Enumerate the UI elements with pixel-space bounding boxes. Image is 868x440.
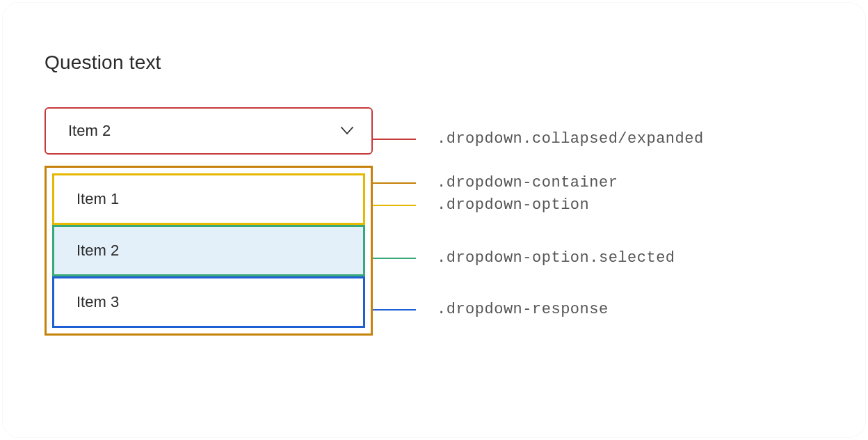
- option-label: Item 3: [77, 293, 119, 311]
- lead-line-orange: [373, 182, 416, 184]
- option-label: Item 2: [77, 242, 119, 260]
- annotation-text: .dropdown.collapsed/expanded: [437, 130, 704, 148]
- annotation-container: .dropdown-container: [373, 174, 618, 191]
- dropdown-selected-value: Item 2: [68, 122, 111, 140]
- lead-line-blue: [373, 309, 416, 311]
- dropdown-response[interactable]: Item 3: [52, 276, 365, 328]
- annotation-text: .dropdown-response: [437, 301, 609, 318]
- question-text: Question text: [45, 52, 823, 74]
- annotation-collapsed: .dropdown.collapsed/expanded: [373, 130, 704, 148]
- dropdown-collapsed[interactable]: Item 2: [45, 107, 373, 155]
- annotation-text: .dropdown-option.selected: [437, 249, 675, 267]
- annotation-selected: .dropdown-option.selected: [373, 249, 675, 267]
- diagram-row: Item 2 Item 1 Item 2 Item 3: [45, 107, 823, 336]
- chevron-down-icon: [341, 125, 353, 137]
- annotation-option: .dropdown-option: [373, 196, 589, 214]
- lead-line-red: [373, 139, 416, 140]
- annotation-text: .dropdown-option: [437, 196, 589, 214]
- lead-line-green: [373, 258, 416, 259]
- gap: [45, 155, 373, 166]
- lead-line-yellow: [373, 205, 416, 206]
- dropdown-option-1[interactable]: Item 1: [52, 173, 365, 225]
- dropdown-option-selected[interactable]: Item 2: [52, 225, 365, 276]
- diagram-card: Question text Item 2 Item 1 Item 2: [3, 3, 865, 437]
- annotation-response: .dropdown-response: [373, 301, 609, 318]
- annotation-text: .dropdown-container: [437, 174, 618, 191]
- dropdown-block: Item 2 Item 1 Item 2 Item 3: [45, 107, 373, 336]
- option-label: Item 1: [77, 190, 119, 208]
- dropdown-container: Item 1 Item 2 Item 3: [45, 166, 373, 336]
